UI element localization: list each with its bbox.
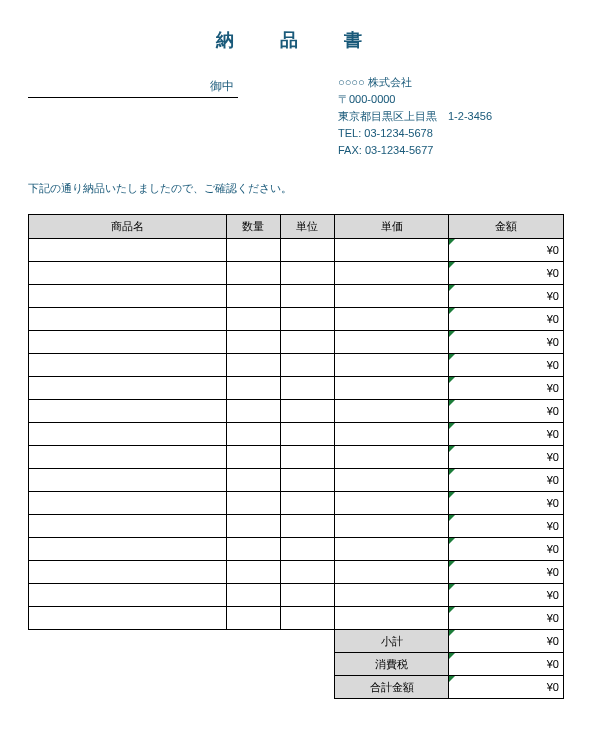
cell-price <box>334 262 448 285</box>
cell-unit <box>280 400 334 423</box>
total-label: 合計金額 <box>334 676 448 699</box>
cell-name <box>29 561 227 584</box>
table-row: ¥0 <box>29 423 564 446</box>
cell-name <box>29 607 227 630</box>
company-fax: FAX: 03-1234-5677 <box>338 142 492 159</box>
cell-unit <box>280 331 334 354</box>
cell-qty <box>226 331 280 354</box>
total-value: ¥0 <box>449 676 564 699</box>
cell-unit <box>280 285 334 308</box>
cell-price <box>334 584 448 607</box>
subtotal-value: ¥0 <box>449 630 564 653</box>
cell-price <box>334 423 448 446</box>
cell-qty <box>226 285 280 308</box>
cell-unit <box>280 515 334 538</box>
cell-price <box>334 400 448 423</box>
cell-qty <box>226 584 280 607</box>
cell-unit <box>280 538 334 561</box>
th-qty: 数量 <box>226 215 280 239</box>
table-row: ¥0 <box>29 446 564 469</box>
cell-amount: ¥0 <box>449 400 564 423</box>
cell-amount: ¥0 <box>449 607 564 630</box>
cell-name <box>29 492 227 515</box>
cell-name <box>29 469 227 492</box>
cell-unit <box>280 423 334 446</box>
cell-name <box>29 446 227 469</box>
cell-price <box>334 607 448 630</box>
cell-qty <box>226 354 280 377</box>
cell-name <box>29 262 227 285</box>
cell-price <box>334 469 448 492</box>
cell-qty <box>226 446 280 469</box>
table-row: ¥0 <box>29 377 564 400</box>
cell-price <box>334 446 448 469</box>
cell-name <box>29 377 227 400</box>
cell-amount: ¥0 <box>449 331 564 354</box>
cell-name <box>29 239 227 262</box>
cell-unit <box>280 469 334 492</box>
table-row: ¥0 <box>29 331 564 354</box>
table-row: ¥0 <box>29 469 564 492</box>
cell-price <box>334 492 448 515</box>
table-row: ¥0 <box>29 354 564 377</box>
company-tel: TEL: 03-1234-5678 <box>338 125 492 142</box>
cell-price <box>334 354 448 377</box>
table-row: ¥0 <box>29 607 564 630</box>
table-row: ¥0 <box>29 285 564 308</box>
cell-name <box>29 285 227 308</box>
company-postal: 〒000-0000 <box>338 91 492 108</box>
cell-qty <box>226 561 280 584</box>
th-price: 単価 <box>334 215 448 239</box>
cell-unit <box>280 492 334 515</box>
cell-qty <box>226 239 280 262</box>
cell-price <box>334 515 448 538</box>
table-row: ¥0 <box>29 515 564 538</box>
cell-price <box>334 285 448 308</box>
cell-price <box>334 561 448 584</box>
cell-amount: ¥0 <box>449 538 564 561</box>
confirm-text: 下記の通り納品いたしましたので、ご確認ください。 <box>28 181 564 196</box>
th-amount: 金額 <box>449 215 564 239</box>
cell-amount: ¥0 <box>449 492 564 515</box>
cell-qty <box>226 308 280 331</box>
cell-unit <box>280 239 334 262</box>
th-unit: 単位 <box>280 215 334 239</box>
cell-price <box>334 308 448 331</box>
cell-amount: ¥0 <box>449 446 564 469</box>
cell-qty <box>226 469 280 492</box>
cell-qty <box>226 515 280 538</box>
cell-price <box>334 331 448 354</box>
cell-name <box>29 515 227 538</box>
cell-amount: ¥0 <box>449 423 564 446</box>
cell-unit <box>280 446 334 469</box>
company-address: 東京都目黒区上目黒 1-2-3456 <box>338 108 492 125</box>
table-row: ¥0 <box>29 538 564 561</box>
cell-unit <box>280 584 334 607</box>
cell-qty <box>226 262 280 285</box>
table-row: ¥0 <box>29 400 564 423</box>
document-title: 納 品 書 <box>28 28 564 52</box>
cell-amount: ¥0 <box>449 377 564 400</box>
cell-unit <box>280 354 334 377</box>
tax-label: 消費税 <box>334 653 448 676</box>
tax-value: ¥0 <box>449 653 564 676</box>
cell-name <box>29 423 227 446</box>
cell-amount: ¥0 <box>449 469 564 492</box>
cell-qty <box>226 538 280 561</box>
table-row: ¥0 <box>29 262 564 285</box>
cell-price <box>334 239 448 262</box>
cell-qty <box>226 377 280 400</box>
cell-amount: ¥0 <box>449 285 564 308</box>
cell-unit <box>280 262 334 285</box>
cell-amount: ¥0 <box>449 354 564 377</box>
th-name: 商品名 <box>29 215 227 239</box>
cell-name <box>29 354 227 377</box>
cell-price <box>334 538 448 561</box>
company-info: ○○○○ 株式会社 〒000-0000 東京都目黒区上目黒 1-2-3456 T… <box>338 74 492 159</box>
cell-price <box>334 377 448 400</box>
cell-amount: ¥0 <box>449 515 564 538</box>
cell-unit <box>280 561 334 584</box>
table-row: ¥0 <box>29 308 564 331</box>
cell-amount: ¥0 <box>449 262 564 285</box>
cell-unit <box>280 308 334 331</box>
